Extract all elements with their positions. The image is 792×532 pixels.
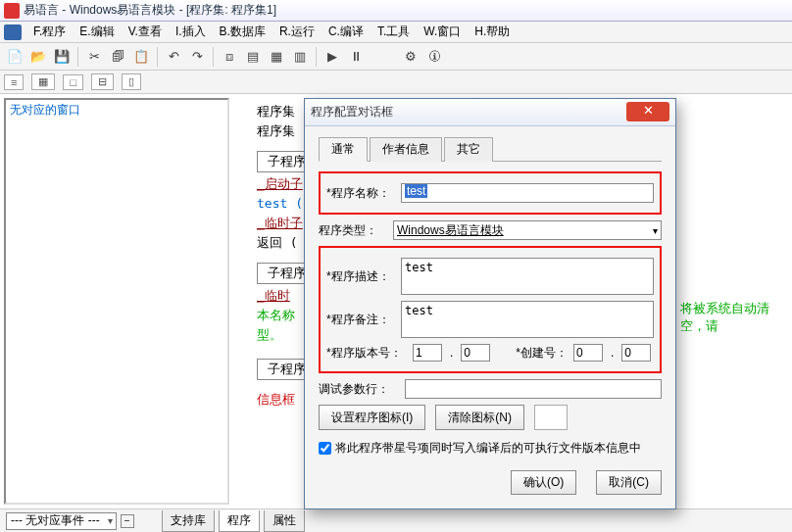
tab-other[interactable]: 其它 [444,137,493,162]
code-hint2: 型。 [257,325,282,345]
bottom-tab-lib[interactable]: 支持库 [162,510,215,532]
paste-icon[interactable]: 📋 [130,46,152,68]
menu-insert[interactable]: I.插入 [170,22,212,42]
menu-database[interactable]: B.数据库 [214,22,272,42]
label-name: *程序名称： [326,185,395,202]
tool2-4[interactable]: ⊟ [91,73,114,90]
menu-edit[interactable]: E.编辑 [74,22,120,42]
tool2-1[interactable]: ≡ [4,74,24,90]
tab-general[interactable]: 通常 [319,137,368,162]
program-name-input[interactable]: test [401,183,654,203]
program-desc-input[interactable]: test [401,258,654,295]
tab-author[interactable]: 作者信息 [370,137,442,162]
app-titlebar: 易语言 - Windows易语言模块 - [程序集: 程序集1] [0,0,792,22]
left-panel: 无对应的窗口 [4,98,229,505]
gear-icon[interactable]: ⚙ [400,46,421,68]
highlight-details-box: *程序描述： test *程序备注： test *程序版本号： . *创建号： … [319,246,662,373]
code-test: test ( [257,194,303,214]
menu-bar: F.程序 E.编辑 V.查看 I.插入 B.数据库 R.运行 C.编译 T.工具… [0,22,792,43]
close-icon[interactable]: ✕ [626,102,669,121]
menu-help[interactable]: H.帮助 [469,22,516,42]
code-msgbox: 信息框 [257,390,295,410]
pause-icon[interactable]: ⏸ [345,46,367,68]
new-icon[interactable]: 📄 [4,46,25,68]
layout3-icon[interactable]: ▥ [289,46,311,68]
menu-icon [4,24,22,40]
label-build: *创建号： [516,345,568,362]
menu-program[interactable]: F.程序 [27,22,72,42]
code-l1: 程序集 [257,102,295,121]
menu-compile[interactable]: C.编译 [322,22,370,42]
undo-icon[interactable]: ↶ [163,46,184,68]
find-icon[interactable]: ⧈ [219,46,240,68]
help-icon[interactable]: 🛈 [423,46,445,68]
code-hint1: 本名称 [257,306,295,325]
code-ret: 返回 ( [257,233,298,253]
event-minus-icon[interactable]: − [121,514,134,528]
open-icon[interactable]: 📂 [27,46,49,68]
layout1-icon[interactable]: ▤ [242,46,264,68]
event-combo-value: --- 无对应事件 --- [11,512,100,529]
program-type-value: Windows易语言模块 [397,222,504,239]
dialog-title: 程序配置对话框 [311,104,393,121]
version-major-input[interactable] [413,344,442,362]
cancel-button[interactable]: 取消(C) [596,470,662,495]
code-start: _启动子 [257,174,303,194]
bottom-tab-property[interactable]: 属性 [264,510,305,532]
program-note-input[interactable]: test [401,301,654,338]
menu-view[interactable]: V.查看 [123,22,168,42]
dot2: . [609,346,616,360]
ok-button[interactable]: 确认(O) [511,470,576,495]
toolbar: 📄 📂 💾 ✂ 🗐 📋 ↶ ↷ ⧈ ▤ ▦ ▥ ▶ ⏸ ⚙ 🛈 [0,43,792,71]
icon-preview [534,405,568,430]
code-temp2: _临时 [257,286,290,306]
event-combo[interactable]: --- 无对应事件 --- [6,512,117,530]
menu-run[interactable]: R.运行 [273,22,321,42]
run-icon[interactable]: ▶ [322,46,343,68]
version-minor-input[interactable] [461,344,490,362]
dot1: . [448,346,455,360]
program-name-value: test [405,184,427,198]
label-type: 程序类型： [319,222,387,239]
label-version: *程序版本号： [326,345,407,362]
label-desc: *程序描述： [326,268,395,285]
dialog-tabs: 通常 作者信息 其它 [319,136,662,162]
write-version-checkbox[interactable] [319,442,331,455]
status-bar: --- 无对应事件 --- − 支持库 程序 属性 [0,508,792,532]
program-type-combo[interactable]: Windows易语言模块 [393,220,662,240]
app-icon [4,3,20,19]
build-major-input[interactable] [573,344,603,362]
cut-icon[interactable]: ✂ [83,46,105,68]
app-title: 易语言 - Windows易语言模块 - [程序集: 程序集1] [24,2,276,19]
redo-icon[interactable]: ↷ [186,46,208,68]
clear-icon-button[interactable]: 清除图标(N) [435,405,524,430]
set-icon-button[interactable]: 设置程序图标(I) [319,405,425,430]
write-version-label: 将此程序带星号项同时写入编译后的可执行文件版本信息中 [335,440,641,457]
left-panel-body [6,121,227,503]
tool2-2[interactable]: ▦ [31,73,55,90]
layout2-icon[interactable]: ▦ [266,46,287,68]
code-tempsub: _临时子 [257,214,303,233]
build-minor-input[interactable] [621,344,651,362]
tool2-5[interactable]: ▯ [122,73,141,90]
highlight-name-box: *程序名称： test [319,171,662,215]
menu-tools[interactable]: T.工具 [371,22,416,42]
bottom-tab-program[interactable]: 程序 [219,510,260,532]
dialog-titlebar[interactable]: 程序配置对话框 ✕ [305,99,675,126]
save-icon[interactable]: 💾 [51,46,73,68]
side-hint: 将被系统自动清空，请 [680,300,792,335]
code-l2: 程序集 [257,121,295,141]
debug-args-input[interactable] [405,379,662,399]
label-note: *程序备注： [326,312,395,328]
menu-window[interactable]: W.窗口 [418,22,467,42]
left-panel-caption: 无对应的窗口 [6,100,227,121]
toolbar-secondary: ≡ ▦ □ ⊟ ▯ [0,71,792,94]
copy-icon[interactable]: 🗐 [107,46,128,68]
config-dialog: 程序配置对话框 ✕ 通常 作者信息 其它 *程序名称： test 程序类型： W… [304,98,676,509]
label-debug: 调试参数行： [319,381,399,398]
tool2-3[interactable]: □ [63,74,83,90]
